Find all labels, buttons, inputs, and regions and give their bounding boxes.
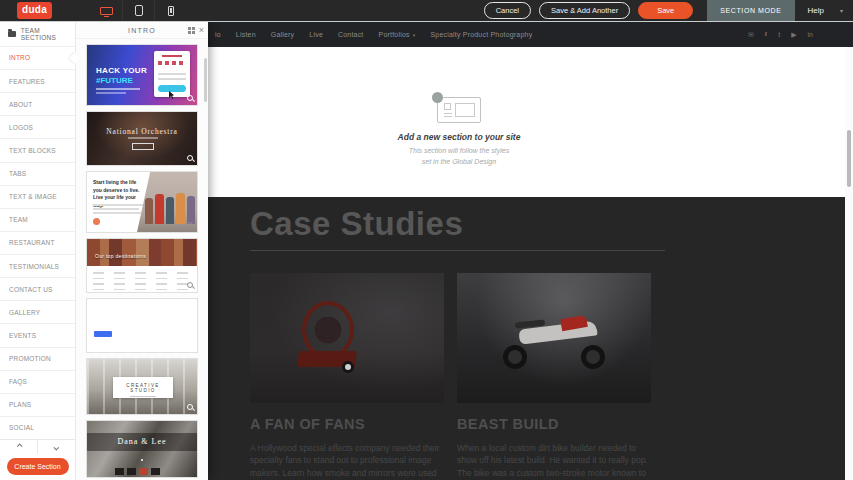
case-study-heading: BEAST BUILD xyxy=(457,416,651,432)
social-links: ✉ f t ▶ in xyxy=(748,31,813,38)
chevron-down-icon: ▾ xyxy=(413,32,416,38)
team-sections-label: TEAM SECTIONS xyxy=(21,27,75,41)
nav-item-partial[interactable]: io xyxy=(215,31,221,38)
linkedin-icon[interactable]: in xyxy=(808,31,813,38)
nav-item-specialty[interactable]: Specialty Product Photography xyxy=(430,31,532,38)
signup-form-preview xyxy=(154,51,190,97)
canvas-scrollbar[interactable] xyxy=(845,47,853,480)
twitter-icon[interactable]: t xyxy=(778,31,780,38)
cta-button-preview xyxy=(94,331,112,337)
orange-dot-icon xyxy=(93,218,100,225)
case-study-beast: BEAST BUILD When a local custom dirt bik… xyxy=(457,273,651,480)
sidebar-item-features[interactable]: FEATURES xyxy=(0,69,75,92)
case-study-heading: A FAN OF FANS xyxy=(250,416,444,432)
section-templates-panel: INTRO × HACK YOUR #FUTURE National Orche… xyxy=(76,22,208,480)
nav-item-portfolios[interactable]: Portfolios▾ xyxy=(379,31,416,38)
case-study-fan: A FAN OF FANS A Hollywood special effect… xyxy=(250,273,444,480)
magnifier-icon[interactable] xyxy=(187,95,193,101)
cancel-button[interactable]: Cancel xyxy=(484,2,531,19)
desktop-icon xyxy=(100,7,113,15)
save-button[interactable]: Save xyxy=(638,2,693,19)
template-thumb-top-destinations[interactable]: Our top destinations xyxy=(86,238,198,293)
add-section-subtitle: This section will follow the styles set … xyxy=(208,146,710,167)
create-section-button[interactable]: Create Section xyxy=(7,458,69,475)
studio-card: CREATIVE STUDIO xyxy=(113,377,173,398)
sections-sidebar: TEAM SECTIONS INTRO FEATURES ABOUT LOGOS… xyxy=(0,22,76,480)
template-thumb-build-your-own-world[interactable]: Build Your Own World xyxy=(86,298,198,353)
add-section-title: Add a new section to your site xyxy=(208,132,710,142)
add-section-placeholder[interactable]: Add a new section to your site This sect… xyxy=(208,97,710,167)
grid-view-icon[interactable] xyxy=(188,27,195,34)
sidebar-item-text-image[interactable]: TEXT & IMAGE xyxy=(0,185,75,208)
fan-machine-photo xyxy=(250,273,444,403)
template-thumb-creative-studio[interactable]: CREATIVE STUDIO xyxy=(86,358,198,415)
section-placeholder-icon xyxy=(437,97,481,123)
destinations-table xyxy=(91,268,193,290)
magnifier-icon[interactable] xyxy=(187,404,193,410)
sidebar-item-plans[interactable]: PLANS xyxy=(0,393,75,416)
help-menu[interactable]: Help xyxy=(808,6,824,15)
scroll-up-button[interactable] xyxy=(0,440,37,454)
case-study-body: When a local custom dirt bike builder ne… xyxy=(457,442,653,480)
template-thumb-hack-your-future[interactable]: HACK YOUR #FUTURE xyxy=(86,44,198,106)
nav-item-live[interactable]: Live xyxy=(309,31,323,38)
sidebar-item-logos[interactable]: LOGOS xyxy=(0,115,75,138)
sidebar-item-tabs[interactable]: TABS xyxy=(0,162,75,185)
nav-item-contact[interactable]: Contact xyxy=(338,31,364,38)
magnifier-icon[interactable] xyxy=(187,155,193,161)
mobile-view-button[interactable] xyxy=(154,0,186,21)
scrollbar-thumb[interactable] xyxy=(847,130,851,187)
dirt-bike-photo xyxy=(457,273,651,403)
chevron-down-icon[interactable]: ▾ xyxy=(840,7,843,14)
sidebar-item-text-blocks[interactable]: TEXT BLOCKS xyxy=(0,138,75,161)
gallery-squares xyxy=(115,468,160,475)
sidebar-item-promotion[interactable]: PROMOTION xyxy=(0,347,75,370)
site-navbar: io Listen Gallery Live Contact Portfolio… xyxy=(208,22,853,47)
sidebar-item-about[interactable]: ABOUT xyxy=(0,92,75,115)
page-title: Case Studies xyxy=(250,205,853,243)
magnifier-icon[interactable] xyxy=(187,342,193,348)
divider xyxy=(250,250,665,251)
add-circle-icon xyxy=(432,92,443,103)
template-thumb-dana-and-lee[interactable]: Dana & Lee xyxy=(86,420,198,478)
sidebar-item-gallery[interactable]: GALLERY xyxy=(0,300,75,323)
sidebar-item-events[interactable]: EVENTS xyxy=(0,323,75,346)
facebook-icon[interactable]: f xyxy=(765,31,767,38)
section-mode-badge: SECTION MODE xyxy=(707,0,794,21)
tablet-icon xyxy=(135,5,143,16)
sidebar-item-intro[interactable]: INTRO xyxy=(0,46,75,69)
scroll-down-button[interactable] xyxy=(37,440,75,454)
sidebar-item-contact-us[interactable]: CONTACT US xyxy=(0,277,75,300)
team-sections-header: TEAM SECTIONS xyxy=(0,22,75,46)
tablet-view-button[interactable] xyxy=(122,0,154,21)
desktop-view-button[interactable] xyxy=(90,0,122,21)
template-thumb-start-living[interactable]: Start living the life you deserve to liv… xyxy=(86,171,198,233)
add-section-area[interactable]: Add a new section to your site This sect… xyxy=(208,47,853,197)
sidebar-item-testimonials[interactable]: TESTIMONIALS xyxy=(0,254,75,277)
sidebar-item-team[interactable]: TEAM xyxy=(0,208,75,231)
nav-item-listen[interactable]: Listen xyxy=(236,31,256,38)
folder-icon xyxy=(8,31,16,37)
sidebar-item-social[interactable]: SOCIAL xyxy=(0,416,75,439)
duda-logo: duda xyxy=(17,2,52,19)
case-studies-section: Case Studies A FAN OF FANS A Hollywood s… xyxy=(208,197,853,480)
nav-item-gallery[interactable]: Gallery xyxy=(271,31,295,38)
editor-topbar: duda Cancel Save & Add Another Save SECT… xyxy=(0,0,853,22)
magnifier-icon[interactable] xyxy=(187,282,193,288)
chevron-up-icon xyxy=(16,444,22,450)
close-icon[interactable]: × xyxy=(199,26,204,35)
template-thumb-national-orchestra[interactable]: National Orchestra xyxy=(86,111,198,166)
chevron-down-icon xyxy=(53,445,59,451)
email-icon[interactable]: ✉ xyxy=(748,31,754,38)
magnifier-icon[interactable] xyxy=(187,222,193,228)
mobile-icon xyxy=(168,6,174,16)
save-add-another-button[interactable]: Save & Add Another xyxy=(539,2,630,19)
sidebar-item-restaurant[interactable]: RESTAURANT xyxy=(0,231,75,254)
site-canvas: io Listen Gallery Live Contact Portfolio… xyxy=(208,22,853,480)
preview-button xyxy=(132,143,154,150)
youtube-icon[interactable]: ▶ xyxy=(791,31,796,38)
case-study-body: A Hollywood special effects company need… xyxy=(250,442,446,480)
sidebar-item-faqs[interactable]: FAQS xyxy=(0,370,75,393)
panel-scrollbar[interactable] xyxy=(204,58,207,102)
device-switcher xyxy=(90,0,186,21)
